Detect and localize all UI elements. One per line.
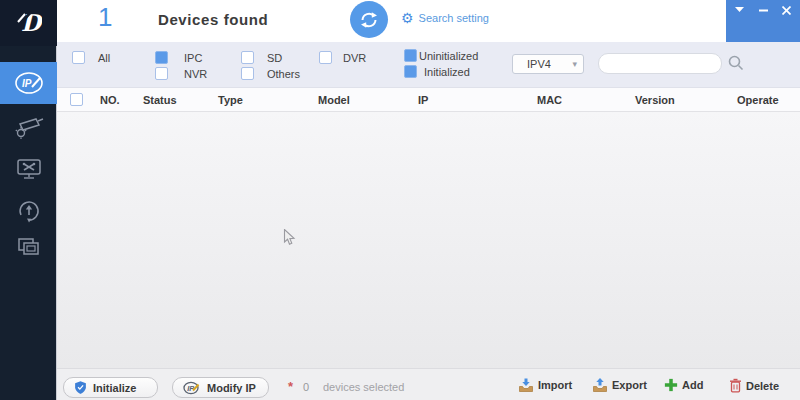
filter-bar: All IPC NVR SD Others DVR Uninitialized … bbox=[57, 42, 800, 88]
column-version: Version bbox=[635, 94, 675, 106]
app-logo: D bbox=[0, 0, 57, 46]
checkbox-others[interactable] bbox=[241, 67, 254, 80]
minus-icon bbox=[759, 9, 768, 12]
camera-gear-icon bbox=[14, 115, 44, 139]
column-ip: IP bbox=[418, 94, 428, 106]
footer-bar: Initialize IP Modify IP * 0 devices sele… bbox=[57, 368, 800, 400]
filter-label-all: All bbox=[98, 52, 110, 64]
close-button[interactable] bbox=[782, 4, 791, 16]
search-setting-button[interactable]: ⚙ Search setting bbox=[401, 11, 489, 25]
filter-label-others: Others bbox=[267, 68, 300, 80]
chevron-down-icon bbox=[735, 7, 744, 13]
initialize-label: Initialize bbox=[93, 382, 136, 394]
modify-ip-label: Modify IP bbox=[207, 382, 256, 394]
export-label: Export bbox=[612, 379, 647, 391]
add-button[interactable]: Add bbox=[664, 378, 703, 392]
column-mac: MAC bbox=[537, 94, 562, 106]
column-status: Status bbox=[143, 94, 177, 106]
page-title: Devices found bbox=[158, 11, 268, 28]
delete-label: Delete bbox=[746, 380, 779, 392]
selected-label: devices selected bbox=[323, 381, 404, 393]
checkbox-all[interactable] bbox=[72, 51, 85, 64]
chevron-down-icon: ▾ bbox=[572, 59, 577, 69]
column-model: Model bbox=[318, 94, 350, 106]
export-button[interactable]: Export bbox=[592, 378, 647, 392]
search-icon bbox=[727, 54, 745, 72]
column-no: NO. bbox=[100, 94, 120, 106]
search-input[interactable] bbox=[598, 53, 722, 74]
sidebar: D IP bbox=[0, 0, 57, 400]
checkbox-dvr[interactable] bbox=[319, 51, 332, 64]
selected-asterisk: * bbox=[288, 379, 293, 394]
checkbox-uninitialized[interactable] bbox=[404, 49, 417, 62]
add-label: Add bbox=[682, 379, 703, 391]
table-header: NO. Status Type Model IP MAC Version Ope… bbox=[57, 88, 800, 112]
refresh-icon bbox=[357, 8, 381, 32]
refresh-button[interactable] bbox=[350, 1, 388, 38]
filter-label-dvr: DVR bbox=[343, 52, 366, 64]
gear-icon: ⚙ bbox=[401, 11, 414, 25]
shield-icon bbox=[74, 380, 87, 395]
filter-label-nvr: NVR bbox=[184, 68, 207, 80]
upgrade-arrow-icon bbox=[17, 199, 41, 223]
import-tray-icon bbox=[518, 378, 534, 392]
close-icon bbox=[782, 6, 791, 15]
minimize-button[interactable] bbox=[759, 4, 768, 16]
layered-windows-icon bbox=[17, 237, 41, 257]
ip-pencil-icon: IP bbox=[183, 381, 201, 395]
ip-pencil-icon: IP bbox=[13, 70, 45, 96]
sidebar-item-device-config[interactable] bbox=[0, 106, 57, 148]
checkbox-sd[interactable] bbox=[241, 51, 254, 64]
sidebar-item-modify-ip[interactable]: IP bbox=[0, 62, 57, 104]
sidebar-item-maintenance[interactable] bbox=[0, 148, 57, 190]
device-table-body[interactable] bbox=[57, 112, 800, 368]
search-button[interactable] bbox=[727, 54, 745, 76]
filter-label-uninitialized: Uninitialized bbox=[419, 50, 478, 62]
trash-icon bbox=[729, 378, 742, 393]
delete-button[interactable]: Delete bbox=[729, 378, 779, 393]
monitor-tools-icon bbox=[16, 158, 42, 180]
initialize-button[interactable]: Initialize bbox=[63, 377, 158, 398]
filter-label-sd: SD bbox=[267, 52, 282, 64]
header-bar: 1 Devices found ⚙ Search setting bbox=[57, 0, 800, 42]
plus-icon bbox=[664, 378, 678, 392]
checkbox-initialized[interactable] bbox=[404, 65, 417, 78]
ip-version-select[interactable]: IPV4 ▾ bbox=[512, 54, 584, 74]
svg-text:IP: IP bbox=[22, 78, 32, 89]
export-tray-icon bbox=[592, 378, 608, 392]
filter-label-initialized: Initialized bbox=[424, 66, 470, 78]
column-type: Type bbox=[218, 94, 243, 106]
filter-label-ipc: IPC bbox=[184, 52, 202, 64]
device-count: 1 bbox=[98, 2, 112, 33]
sidebar-item-batch-config[interactable] bbox=[0, 226, 57, 268]
import-button[interactable]: Import bbox=[518, 378, 572, 392]
search-setting-label: Search setting bbox=[419, 12, 489, 24]
selected-count: 0 bbox=[303, 381, 309, 393]
ip-version-value: IPV4 bbox=[527, 58, 551, 70]
cursor-arrow-icon bbox=[283, 229, 297, 247]
config-tool-window: D IP bbox=[0, 0, 800, 400]
checkbox-nvr[interactable] bbox=[155, 67, 168, 80]
window-controls bbox=[726, 0, 800, 44]
window-menu-button[interactable] bbox=[735, 4, 744, 16]
mouse-cursor bbox=[283, 229, 297, 251]
select-all-checkbox[interactable] bbox=[70, 93, 83, 106]
checkbox-ipc[interactable] bbox=[155, 51, 168, 64]
column-operate: Operate bbox=[737, 94, 779, 106]
modify-ip-button[interactable]: IP Modify IP bbox=[172, 377, 269, 398]
import-label: Import bbox=[538, 379, 572, 391]
dahua-logo-icon: D bbox=[16, 9, 42, 37]
